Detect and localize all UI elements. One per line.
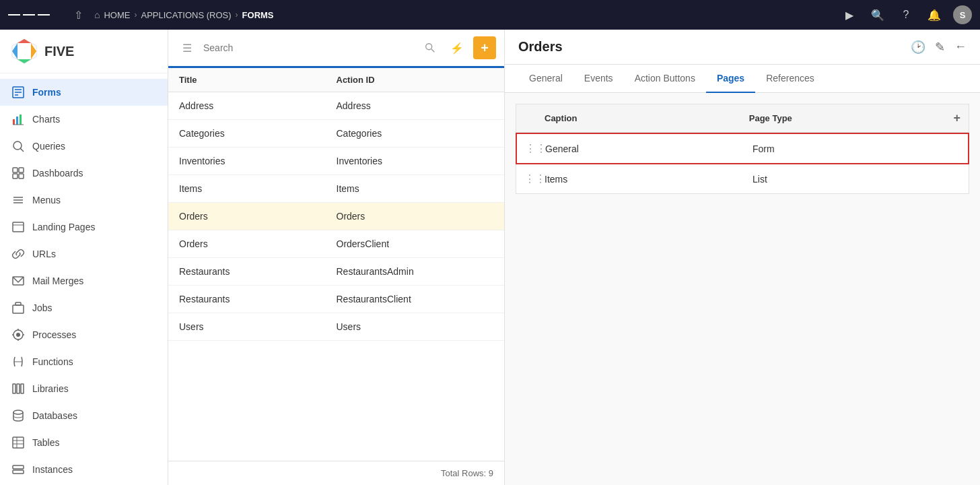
- sidebar-item-libraries-label: Libraries: [32, 383, 69, 394]
- detail-panel: Orders 🕑 ✎ ← GeneralEventsAction Buttons…: [505, 30, 980, 485]
- total-rows: Total Rows: 9: [441, 468, 493, 478]
- svg-point-34: [13, 410, 23, 414]
- sidebar-item-tables[interactable]: Tables: [0, 429, 168, 456]
- breadcrumb-home[interactable]: HOME: [104, 10, 130, 20]
- svg-line-11: [20, 148, 24, 152]
- column-action-id: Action ID: [337, 75, 494, 85]
- table-row[interactable]: ItemsItems: [168, 175, 504, 203]
- add-button[interactable]: +: [473, 36, 496, 59]
- svg-rect-15: [19, 174, 24, 179]
- table-footer: Total Rows: 9: [168, 461, 504, 485]
- content-area: ☰ ⚡ + Title Action ID AddressAddressCate…: [168, 30, 980, 485]
- sidebar-item-functions[interactable]: Functions: [0, 348, 168, 375]
- breadcrumb-applications[interactable]: APPLICATIONS (ROS): [141, 10, 231, 20]
- svg-rect-14: [13, 174, 18, 179]
- tab-events[interactable]: Events: [573, 65, 624, 93]
- filter-button[interactable]: ☰: [176, 37, 198, 59]
- menu-button[interactable]: [8, 13, 50, 17]
- table-row[interactable]: InventoriesInventories: [168, 148, 504, 175]
- sidebar-item-dashboards[interactable]: Dashboards: [0, 160, 168, 187]
- sidebar-item-charts[interactable]: Charts: [0, 106, 168, 133]
- table-header: Title Action ID: [168, 68, 504, 92]
- column-title: Title: [179, 75, 337, 85]
- lightning-button[interactable]: ⚡: [446, 37, 468, 59]
- table-row[interactable]: RestaurantsRestaurantsAdmin: [168, 258, 504, 286]
- back-button[interactable]: ⇧: [67, 4, 89, 26]
- svg-rect-32: [17, 384, 20, 393]
- sidebar-item-libraries[interactable]: Libraries: [0, 375, 168, 402]
- play-button[interactable]: ▶: [840, 5, 859, 24]
- row-action-id: Categories: [337, 128, 494, 139]
- jobs-icon: [11, 300, 26, 315]
- svg-point-25: [16, 333, 20, 337]
- pages-type-col: Page Type: [749, 113, 954, 123]
- sidebar-item-landing-pages[interactable]: Landing Pages: [0, 214, 168, 240]
- close-detail-button[interactable]: ←: [954, 40, 967, 54]
- pages-caption-col: Caption: [545, 113, 749, 123]
- search-icon[interactable]: [419, 37, 441, 59]
- sidebar-item-menus-label: Menus: [32, 195, 61, 205]
- tabs: GeneralEventsAction ButtonsPagesReferenc…: [505, 65, 980, 93]
- notifications-button[interactable]: 🔔: [925, 5, 944, 24]
- svg-rect-13: [19, 168, 24, 172]
- row-action-id: RestaurantsClient: [337, 294, 494, 304]
- row-title: Items: [179, 183, 337, 194]
- pages-row[interactable]: ⋮⋮ Items List: [516, 164, 969, 194]
- list-panel: ☰ ⚡ + Title Action ID AddressAddressCate…: [168, 30, 505, 485]
- svg-rect-12: [13, 168, 18, 172]
- breadcrumb-forms[interactable]: FORMS: [242, 10, 274, 20]
- sidebar-item-menus[interactable]: Menus: [0, 187, 168, 214]
- pages-content: Caption Page Type + ⋮⋮ General Form ⋮⋮ I…: [505, 93, 980, 485]
- sidebar-logo: FIVE: [0, 30, 168, 73]
- sidebar-item-forms[interactable]: Forms: [0, 79, 168, 106]
- pages-add-button[interactable]: +: [954, 111, 961, 125]
- tab-pages[interactable]: Pages: [706, 65, 755, 93]
- edit-button[interactable]: ✎: [935, 40, 945, 55]
- sidebar-item-urls-label: URLs: [32, 249, 56, 259]
- pages-row[interactable]: ⋮⋮ General Form: [516, 133, 969, 164]
- tab-general[interactable]: General: [518, 65, 573, 93]
- svg-rect-19: [13, 222, 24, 232]
- sidebar-item-tables-label: Tables: [32, 437, 59, 448]
- sidebar-item-instances-label: Instances: [32, 464, 73, 475]
- sidebar-item-urls[interactable]: URLs: [0, 240, 168, 267]
- sidebar-item-jobs[interactable]: Jobs: [0, 294, 168, 321]
- table-row[interactable]: AddressAddress: [168, 92, 504, 120]
- table-row[interactable]: CategoriesCategories: [168, 120, 504, 148]
- table-row[interactable]: RestaurantsRestaurantsClient: [168, 286, 504, 313]
- search-button[interactable]: 🔍: [868, 5, 887, 24]
- tables-icon: [11, 435, 26, 450]
- row-title: Inventories: [179, 156, 337, 166]
- page-type: Form: [753, 143, 960, 154]
- menus-icon: [11, 193, 26, 207]
- help-button[interactable]: ?: [897, 5, 915, 24]
- svg-rect-8: [20, 115, 22, 125]
- page-type: List: [753, 174, 960, 185]
- table-row[interactable]: OrdersOrders: [168, 203, 504, 230]
- tab-references[interactable]: References: [755, 65, 825, 93]
- five-logo-icon: [11, 38, 38, 65]
- drag-handle[interactable]: ⋮⋮: [524, 172, 545, 185]
- sidebar-item-instances[interactable]: Instances: [0, 456, 168, 483]
- urls-icon: [11, 247, 26, 261]
- table-row[interactable]: UsersUsers: [168, 313, 504, 341]
- libraries-icon: [11, 381, 26, 396]
- sidebar-item-queries[interactable]: Queries: [0, 133, 168, 160]
- sidebar-item-functions-label: Functions: [32, 356, 73, 367]
- search-input[interactable]: [203, 42, 414, 53]
- sidebar-item-dashboards-label: Dashboards: [32, 168, 83, 179]
- sidebar-item-processes[interactable]: Processes: [0, 321, 168, 348]
- row-title: Orders: [179, 211, 337, 222]
- svg-point-47: [426, 44, 432, 50]
- avatar[interactable]: S: [953, 5, 972, 24]
- drag-handle[interactable]: ⋮⋮: [525, 142, 545, 155]
- page-caption: General: [545, 143, 753, 154]
- top-bar-actions: ▶ 🔍 ? 🔔 S: [840, 5, 972, 24]
- detail-actions: 🕑 ✎ ←: [911, 40, 967, 55]
- history-button[interactable]: 🕑: [911, 40, 925, 55]
- tab-action-buttons[interactable]: Action Buttons: [624, 65, 706, 93]
- sidebar-item-mail-merges[interactable]: Mail Merges: [0, 267, 168, 294]
- table-row[interactable]: OrdersOrdersClient: [168, 230, 504, 258]
- sidebar-item-databases[interactable]: Databases: [0, 402, 168, 429]
- sidebar-item-landing-pages-label: Landing Pages: [32, 222, 95, 232]
